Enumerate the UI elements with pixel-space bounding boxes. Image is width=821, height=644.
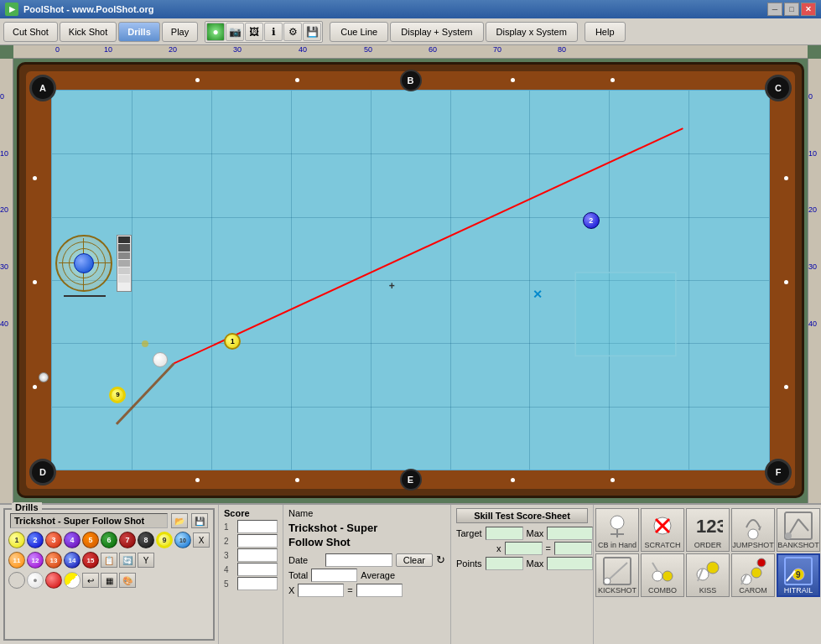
image-icon[interactable]: 🖼 bbox=[245, 23, 263, 41]
cue-ball[interactable] bbox=[153, 352, 168, 367]
x-coord-button[interactable]: X bbox=[193, 532, 210, 548]
cut-shot-button[interactable]: Cut Shot bbox=[3, 22, 58, 42]
undo-button[interactable]: ↩ bbox=[82, 573, 99, 588]
save-icon[interactable]: 💾 bbox=[303, 23, 321, 41]
play-button[interactable]: Play bbox=[162, 22, 198, 42]
score-num-3: 3 bbox=[224, 551, 236, 560]
y-coord-button[interactable]: Y bbox=[138, 553, 154, 568]
ball-2[interactable]: 2 bbox=[583, 212, 600, 229]
x-input[interactable] bbox=[298, 584, 344, 597]
title-bar: ▶ PoolShot - www.PoolShot.org ─ □ ✕ bbox=[0, 0, 821, 18]
ruler-top: 0 10 20 30 40 50 60 70 80 bbox=[13, 45, 808, 59]
score-input-5[interactable] bbox=[237, 577, 278, 590]
cue-ball-btn[interactable]: ● bbox=[27, 572, 44, 589]
score-num-4: 4 bbox=[224, 565, 236, 574]
grid-view-button[interactable]: ▦ bbox=[101, 573, 117, 588]
color-button[interactable]: 🎨 bbox=[119, 573, 136, 588]
date-row: Date Clear ↻ bbox=[288, 553, 445, 567]
info-icon[interactable]: ℹ bbox=[264, 23, 283, 41]
ball-btn-4[interactable]: 4 bbox=[64, 532, 81, 548]
ball-btn-5[interactable]: 5 bbox=[82, 532, 99, 548]
bankshot-button[interactable]: BANKSHOT bbox=[777, 508, 820, 552]
ball-btn-9[interactable]: 9 bbox=[156, 532, 173, 548]
cue-stick-tip bbox=[39, 372, 49, 382]
date-label: Date bbox=[288, 555, 322, 565]
shot-icons-row2: KICKSHOT COMBO bbox=[595, 553, 820, 597]
settings-icon[interactable]: ⚙ bbox=[283, 23, 302, 41]
x-symbol: x bbox=[496, 543, 501, 553]
maximize-button[interactable]: □ bbox=[784, 3, 799, 16]
display-x-system-button[interactable]: Display x System bbox=[486, 22, 578, 42]
ball-btn-3[interactable]: 3 bbox=[45, 532, 62, 548]
skill-panel: Skill Test Score-Sheet Target Max x = Po… bbox=[450, 505, 593, 644]
drill-save-button[interactable]: 💾 bbox=[191, 513, 208, 528]
close-button[interactable]: ✕ bbox=[801, 3, 816, 16]
ball-btn-13[interactable]: 13 bbox=[45, 552, 62, 569]
ball-btn-15[interactable]: 15 bbox=[82, 552, 99, 569]
ball-9[interactable]: 9 bbox=[109, 387, 126, 403]
jumpshot-button[interactable]: JUMPSHOT bbox=[731, 508, 775, 552]
order-icon: 123 bbox=[693, 511, 723, 541]
svg-point-25 bbox=[707, 562, 719, 574]
carom-button[interactable]: CAROM bbox=[731, 553, 775, 597]
kickshot-button[interactable]: KICKSHOT bbox=[595, 553, 639, 597]
target-input[interactable] bbox=[486, 527, 523, 540]
drill-tool-1[interactable]: 📋 bbox=[101, 553, 117, 568]
order-button[interactable]: 123 ORDER bbox=[686, 508, 730, 552]
camera-icon[interactable]: 📷 bbox=[226, 23, 244, 41]
clear-button[interactable]: Clear bbox=[396, 553, 433, 567]
drill-tool-2[interactable]: 🔄 bbox=[119, 553, 136, 568]
felt-surface[interactable]: 1 2 ✕ + 9 bbox=[51, 90, 770, 470]
combo-button[interactable]: COMBO bbox=[641, 553, 684, 597]
date-input[interactable] bbox=[325, 553, 392, 567]
max-input-2[interactable] bbox=[547, 557, 593, 570]
svg-text:123: 123 bbox=[696, 516, 723, 537]
refresh-icon[interactable]: ↻ bbox=[436, 553, 445, 566]
ball-btn-10[interactable]: 10 bbox=[174, 532, 191, 548]
ball-btn-6[interactable]: 6 bbox=[101, 532, 117, 548]
display-plus-system-button[interactable]: Display + System bbox=[390, 22, 483, 42]
kiss-button[interactable]: KISS bbox=[686, 553, 730, 597]
table-container[interactable]: 0 10 20 30 40 50 60 70 80 0 10 20 30 40 … bbox=[0, 45, 821, 503]
ball-btn-2[interactable]: 2 bbox=[27, 532, 44, 548]
result-input[interactable] bbox=[356, 584, 403, 597]
red-ball-btn[interactable] bbox=[45, 572, 62, 589]
ball-btn-1[interactable]: 1 bbox=[8, 532, 25, 548]
half-ball-btn[interactable] bbox=[64, 572, 81, 589]
skill-result-input[interactable] bbox=[554, 542, 592, 555]
cue-line-button[interactable]: Cue Line bbox=[330, 22, 388, 42]
score-input-1[interactable] bbox=[237, 520, 278, 533]
skill-test-header[interactable]: Skill Test Score-Sheet bbox=[456, 508, 588, 523]
drill-load-button[interactable]: 📂 bbox=[171, 513, 188, 528]
minimize-button[interactable]: ─ bbox=[767, 3, 782, 16]
score-input-4[interactable] bbox=[237, 563, 278, 576]
svg-point-17 bbox=[785, 532, 792, 539]
ball-btn-11[interactable]: 11 bbox=[8, 552, 25, 569]
svg-line-16 bbox=[798, 519, 808, 531]
ball-1[interactable]: 1 bbox=[224, 333, 241, 350]
help-button[interactable]: Help bbox=[585, 22, 626, 42]
drills-button[interactable]: Drills bbox=[118, 22, 160, 42]
score-input-2[interactable] bbox=[237, 534, 278, 548]
scratch-button[interactable]: SCRATCH bbox=[641, 508, 684, 552]
ball-btn-12[interactable]: 12 bbox=[27, 552, 44, 569]
x-skill-input[interactable] bbox=[505, 542, 543, 555]
drill-title-bar: Trickshot - Super Follow Shot 📂 💾 bbox=[5, 510, 213, 530]
ball-btn-7[interactable]: 7 bbox=[119, 532, 136, 548]
total-input[interactable] bbox=[311, 569, 357, 582]
svg-line-19 bbox=[607, 563, 627, 581]
kick-shot-button[interactable]: Kick Shot bbox=[60, 22, 117, 42]
score-panel: Score 1 2 3 4 5 bbox=[218, 505, 283, 644]
combo-icon bbox=[647, 556, 678, 586]
points-input[interactable] bbox=[486, 557, 523, 570]
score-input-3[interactable] bbox=[237, 548, 278, 562]
ball-btn-14[interactable]: 14 bbox=[64, 552, 81, 569]
power-icon[interactable]: ● bbox=[206, 23, 225, 41]
score-row-2: 2 bbox=[224, 534, 278, 548]
max-input-1[interactable] bbox=[547, 527, 593, 540]
cb-in-hand-button[interactable]: CB in Hand bbox=[595, 508, 639, 552]
points-label: Points bbox=[456, 558, 482, 569]
empty-ball-slot[interactable] bbox=[8, 572, 25, 589]
ball-btn-8[interactable]: 8 bbox=[138, 532, 154, 548]
hitrail-button[interactable]: 9 HITRAIL bbox=[777, 553, 820, 597]
